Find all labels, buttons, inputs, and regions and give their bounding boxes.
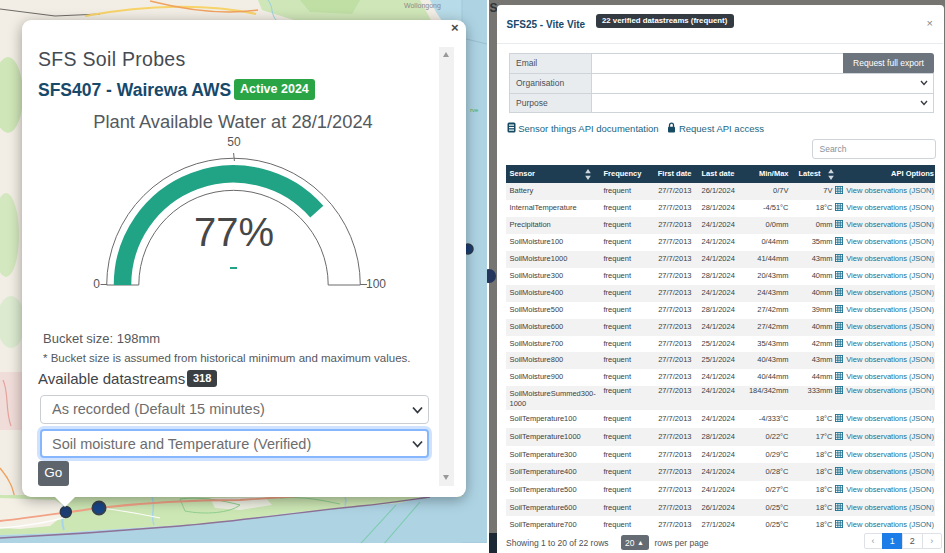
svg-text:Wollongong: Wollongong [404, 2, 441, 10]
svg-text:rve: rve [470, 107, 479, 113]
